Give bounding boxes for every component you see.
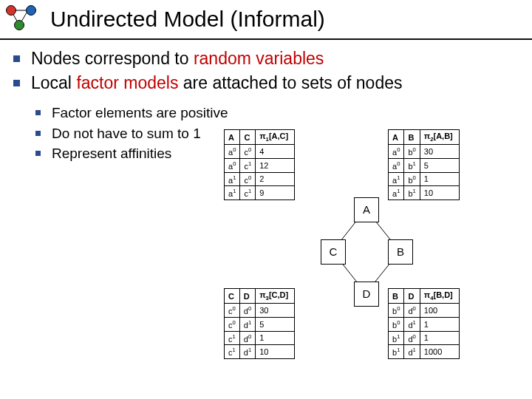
table-row: b1d11000 (389, 345, 460, 359)
cell: d1 (239, 345, 255, 359)
table-row: a1c19 (225, 186, 295, 200)
cell: d1 (404, 317, 420, 331)
cell: d1 (239, 317, 255, 331)
cell: 10 (420, 186, 459, 200)
cell: 1 (420, 331, 459, 345)
cell: 30 (256, 304, 295, 318)
table-row: a1b110 (389, 186, 460, 200)
col-header: D (239, 289, 255, 304)
text-highlight: factor models (76, 73, 178, 92)
cell: a0 (225, 158, 240, 172)
graph-node-a: A (354, 197, 379, 222)
col-header: B (389, 289, 404, 304)
col-header: π3[C,D] (256, 289, 295, 304)
cell: 1 (420, 317, 459, 331)
cell: c0 (240, 145, 256, 159)
cell: d0 (239, 304, 255, 318)
col-header: A (225, 130, 240, 145)
table-row: a0c112 (225, 158, 295, 172)
table-row: c0d15 (225, 317, 295, 331)
bullet-item: Nodes correspond to random variables (10, 47, 522, 70)
cell: d0 (239, 331, 255, 345)
cell: d0 (404, 331, 420, 345)
graph-node-d: D (354, 282, 379, 307)
cell: b1 (389, 345, 404, 359)
factor-table-ab: A B π2[A,B] a0b030a0b15a1b01a1b110 (388, 129, 460, 200)
col-header: π4[B,D] (420, 289, 459, 304)
sub-bullet-item: Factor elements are positive (35, 103, 522, 123)
cell: a1 (389, 172, 404, 186)
table-row: b0d0100 (389, 304, 460, 318)
table-row: b1d01 (389, 331, 460, 345)
col-header: π1[A,C] (256, 130, 295, 145)
cell: a1 (389, 186, 404, 200)
cell: b1 (389, 331, 404, 345)
cell: 1 (420, 172, 459, 186)
cell: a0 (389, 145, 404, 159)
col-header: C (225, 289, 240, 304)
graph-node-c: C (321, 239, 346, 265)
cell: c1 (225, 331, 240, 345)
table-row: a0b030 (389, 145, 460, 159)
col-header: D (404, 289, 420, 304)
graph-logo-icon (4, 3, 38, 34)
svg-point-4 (7, 6, 16, 16)
graph-node-b: B (388, 239, 413, 265)
slide-title: Undirected Model (Informal) (50, 7, 325, 31)
col-header: π2[A,B] (420, 130, 459, 145)
bullet-list: Nodes correspond to random variables Loc… (10, 47, 522, 95)
cell: a1 (225, 186, 240, 200)
cell: a0 (389, 158, 404, 172)
table-row: c0d030 (225, 304, 295, 318)
cell: c1 (240, 186, 256, 200)
cell: 5 (256, 317, 295, 331)
col-header: B (404, 130, 420, 145)
table-row: a0b15 (389, 158, 460, 172)
text: Local (31, 73, 76, 92)
cell: c0 (225, 317, 240, 331)
table-row: a1b01 (389, 172, 460, 186)
cell: b0 (389, 317, 404, 331)
cell: 10 (256, 345, 295, 359)
title-row: Undirected Model (Informal) (0, 0, 532, 34)
cell: c1 (225, 345, 240, 359)
cell: c1 (240, 158, 256, 172)
factor-table-cd: C D π3[C,D] c0d030c0d15c1d01c1d110 (224, 288, 295, 359)
cell: d1 (404, 345, 420, 359)
cell: d0 (404, 304, 420, 318)
cell: a1 (225, 172, 240, 186)
cell: 12 (256, 158, 295, 172)
slide: Undirected Model (Informal) Nodes corres… (0, 0, 532, 399)
cell: 2 (256, 172, 295, 186)
cell: b1 (404, 186, 420, 200)
text-highlight: random variables (194, 49, 324, 68)
svg-point-5 (27, 6, 36, 16)
svg-point-6 (15, 21, 24, 30)
title-underline (0, 38, 532, 40)
table-row: c1d01 (225, 331, 295, 345)
cell: 4 (256, 145, 295, 159)
col-header: C (240, 130, 256, 145)
cell: 1 (256, 331, 295, 345)
text: Nodes correspond to (31, 49, 194, 68)
col-header: A (389, 130, 404, 145)
table-row: a1c02 (225, 172, 295, 186)
cell: 100 (420, 304, 459, 318)
cell: 30 (420, 145, 459, 159)
bullet-item: Local factor models are attached to sets… (10, 72, 522, 95)
cell: 5 (420, 158, 459, 172)
factor-table-bd: B D π4[B,D] b0d0100b0d11b1d01b1d11000 (388, 288, 460, 359)
table-row: c1d110 (225, 345, 295, 359)
table-row: b0d11 (389, 317, 460, 331)
cell: c0 (225, 304, 240, 318)
text: are attached to sets of nodes (178, 73, 402, 92)
cell: 1000 (420, 345, 459, 359)
cell: b0 (389, 304, 404, 318)
cell: 9 (256, 186, 295, 200)
table-row: a0c04 (225, 145, 295, 159)
cell: b1 (404, 158, 420, 172)
cell: b0 (404, 172, 420, 186)
cell: b0 (404, 145, 420, 159)
cell: a0 (225, 145, 240, 159)
factor-table-ac: A C π1[A,C] a0c04a0c112a1c02a1c19 (224, 129, 295, 200)
